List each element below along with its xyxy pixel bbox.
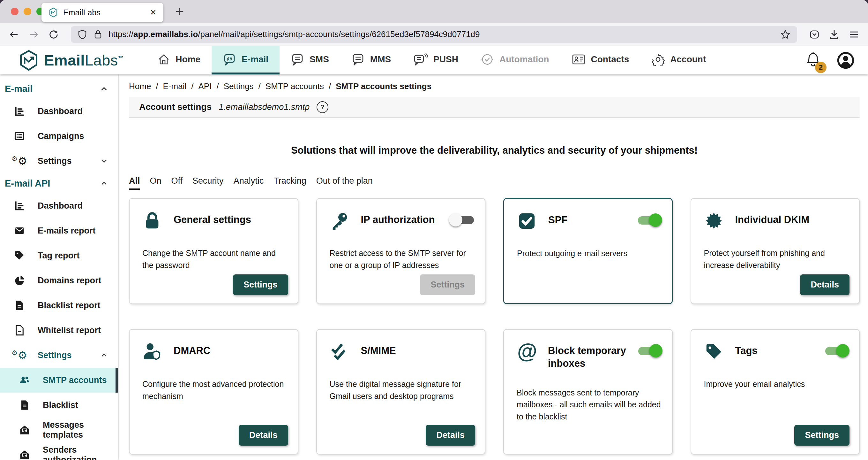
top-nav-right: 2: [805, 46, 855, 75]
sidebar-section-email[interactable]: E-mail: [0, 79, 118, 99]
sidebar-item-campaigns[interactable]: Campaigns: [0, 124, 118, 148]
settings-gears-icon: ⚙⚙: [13, 155, 26, 167]
card-description: Change the SMTP account name and the pas…: [142, 247, 287, 271]
shield-icon[interactable]: [77, 29, 87, 39]
card-title: S/MIME: [361, 342, 396, 357]
sidebar-item-api-dashboard[interactable]: Dashboard: [0, 193, 118, 218]
email-bubble-icon: @: [223, 53, 236, 66]
toggle-on[interactable]: [638, 215, 661, 225]
bookmark-star-icon[interactable]: [780, 29, 791, 40]
card-title: SPF: [548, 211, 567, 227]
nav-label: Account: [670, 54, 706, 64]
nav-label: Contacts: [591, 54, 629, 64]
sidebar-item-domains-report[interactable]: Domains report: [0, 268, 118, 293]
menu-hamburger-icon[interactable]: [848, 29, 860, 40]
card-description: Configure the most advanced protection m…: [142, 378, 287, 402]
contacts-card-icon: [571, 53, 586, 66]
toggle-on[interactable]: [638, 346, 661, 356]
url-text[interactable]: https://app.emaillabs.io/panel/mail/api/…: [108, 29, 774, 39]
card-block-temporary-inboxes: @ Block temporary inboxes Block messages…: [503, 329, 673, 455]
card-title: General settings: [174, 211, 251, 226]
filter-off[interactable]: Off: [172, 176, 183, 190]
sidebar-label: Settings: [38, 350, 72, 360]
breadcrumb-separator: /: [216, 82, 219, 91]
filter-on[interactable]: On: [150, 176, 161, 190]
filter-security[interactable]: Security: [192, 176, 224, 190]
settings-gears-icon: ⚙⚙: [13, 350, 26, 361]
sidebar-item-dashboard[interactable]: Dashboard: [0, 99, 118, 124]
lock-icon[interactable]: [93, 29, 103, 39]
filter-tracking[interactable]: Tracking: [274, 176, 306, 190]
nav-item-automation[interactable]: Automation: [469, 46, 560, 75]
card-description: Improve your email analytics: [704, 378, 848, 391]
settings-button[interactable]: Settings: [794, 425, 849, 445]
main-content: Home / E-mail / API / Settings / SMTP ac…: [119, 75, 868, 460]
pocket-icon[interactable]: [809, 29, 820, 40]
sidebar-item-emails-report[interactable]: E-mails report: [0, 218, 118, 243]
nav-item-account[interactable]: Account: [640, 46, 717, 75]
breadcrumb-home[interactable]: Home: [129, 82, 151, 91]
details-button[interactable]: Details: [239, 425, 288, 445]
chevron-up-icon: [99, 84, 108, 93]
sidebar: E-mail Dashboard Campaigns ⚙⚙ Settings E…: [0, 75, 119, 460]
sidebar-item-blacklist[interactable]: Blacklist: [0, 393, 118, 418]
settings-button[interactable]: Settings: [233, 275, 288, 295]
sidebar-item-senders-authorization[interactable]: Senders authorization: [0, 442, 118, 460]
browser-toolbar: https://app.emaillabs.io/panel/mail/api/…: [0, 23, 868, 46]
sidebar-label: Dashboard: [38, 106, 83, 116]
page-shell: E-mail Dashboard Campaigns ⚙⚙ Settings E…: [0, 75, 868, 460]
emaillabs-logo[interactable]: EmailLabs™: [19, 46, 124, 75]
sidebar-item-messages-templates[interactable]: Messages templates: [0, 418, 118, 442]
breadcrumb-api[interactable]: API: [198, 82, 212, 91]
downloads-icon[interactable]: [829, 29, 840, 40]
toggle-on[interactable]: [825, 346, 848, 356]
nav-item-home[interactable]: Home: [146, 46, 212, 75]
breadcrumb-separator: /: [191, 82, 193, 91]
nav-item-email[interactable]: @ E-mail: [212, 46, 280, 75]
svg-text:@: @: [227, 56, 232, 62]
sidebar-item-smtp-accounts[interactable]: SMTP accounts: [0, 368, 118, 393]
back-icon[interactable]: [8, 29, 20, 40]
nav-item-mms[interactable]: MMS: [340, 46, 402, 75]
minimize-window-button[interactable]: [24, 8, 31, 15]
card-ip-authorization: IP authorization Restrict access to the …: [316, 198, 486, 304]
new-tab-button[interactable]: [174, 6, 185, 17]
filter-all[interactable]: All: [129, 176, 140, 190]
details-button[interactable]: Details: [800, 275, 849, 295]
breadcrumb-smtp-accounts[interactable]: SMTP accounts: [266, 82, 324, 91]
browser-tab[interactable]: EmailLabs ✕: [41, 3, 163, 22]
notifications-button[interactable]: 2: [805, 52, 822, 69]
sidebar-item-settings-api[interactable]: ⚙⚙ Settings: [0, 343, 118, 368]
sidebar-item-settings-email[interactable]: ⚙⚙ Settings: [0, 148, 118, 173]
document-filled-icon: [13, 299, 26, 311]
settings-button-disabled[interactable]: Settings: [420, 275, 475, 295]
close-window-button[interactable]: [11, 8, 19, 15]
help-icon[interactable]: ?: [316, 101, 329, 113]
nav-item-sms[interactable]: SMS: [280, 46, 340, 75]
dashboard-chart-icon: [13, 200, 26, 211]
toggle-off[interactable]: [451, 215, 474, 225]
nav-item-contacts[interactable]: Contacts: [560, 46, 641, 75]
breadcrumb-settings[interactable]: Settings: [224, 82, 254, 91]
details-button[interactable]: Details: [426, 425, 475, 445]
filter-analytic[interactable]: Analytic: [234, 176, 264, 190]
sidebar-item-blacklist-report[interactable]: Blacklist report: [0, 293, 118, 318]
reload-icon[interactable]: [48, 29, 59, 40]
sidebar-item-whitelist-report[interactable]: Whitelist report: [0, 318, 118, 343]
nav-item-push[interactable]: PUSH: [402, 46, 469, 75]
avatar[interactable]: [837, 52, 855, 69]
sidebar-section-email-api[interactable]: E-mail API: [0, 173, 118, 193]
sms-bubble-icon: [291, 53, 304, 66]
filter-out-of-plan[interactable]: Out of the plan: [316, 176, 373, 190]
breadcrumb-email[interactable]: E-mail: [163, 82, 187, 91]
browser-tab-bar: EmailLabs ✕: [0, 0, 868, 23]
tab-close-icon[interactable]: ✕: [150, 8, 156, 17]
nav-label: PUSH: [433, 54, 458, 64]
sidebar-label: Senders authorization: [43, 445, 118, 460]
app-top-nav: EmailLabs™ Home @ E-mail SMS: [0, 46, 868, 75]
url-bar[interactable]: https://app.emaillabs.io/panel/mail/api/…: [71, 26, 797, 43]
forward-icon[interactable]: [28, 29, 39, 40]
push-bubble-icon: [413, 53, 428, 66]
open-envelope-icon: [18, 449, 31, 460]
sidebar-item-tag-report[interactable]: Tag report: [0, 243, 118, 268]
